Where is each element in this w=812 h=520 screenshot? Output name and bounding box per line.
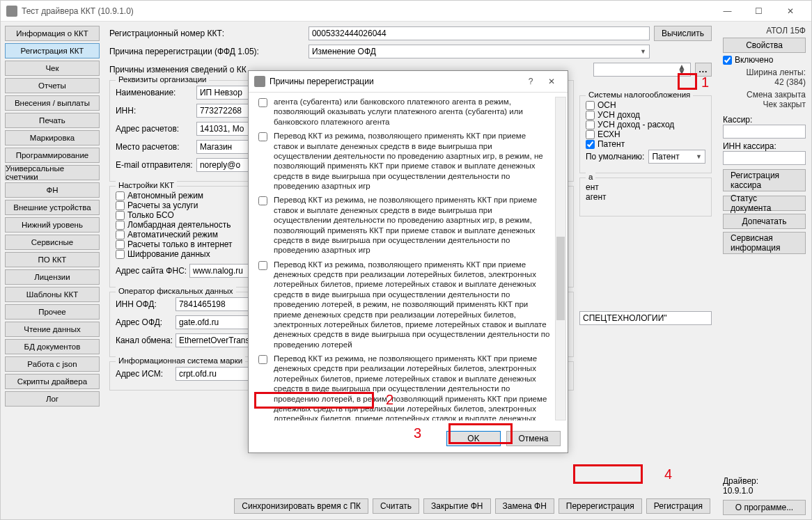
nav-tab-9[interactable]: ФН	[5, 182, 100, 198]
kkt-legend: Настройки ККТ	[116, 181, 177, 189]
nav-tab-11[interactable]: Нижний уровень	[5, 217, 100, 233]
tape-value: 42 (384)	[723, 77, 806, 87]
reason-item-4[interactable]: Перевод ККТ из режима, не позволяющего п…	[256, 354, 551, 420]
fns-label: Адрес сайта ФНС:	[116, 266, 185, 276]
calculate-button[interactable]: Вычислить	[654, 26, 712, 41]
app-icon	[6, 6, 17, 17]
nav-tab-4[interactable]: Внесения / выплаты	[5, 95, 100, 111]
reg-num-input[interactable]: 0005332444026044	[309, 26, 650, 40]
reg-button[interactable]: Регистрация	[646, 498, 710, 514]
reg-cashier-button[interactable]: Регистрация кассира	[723, 169, 806, 191]
sync-time-button[interactable]: Синхронизировать время с ПК	[234, 498, 368, 514]
reason-checkbox-2[interactable]	[258, 196, 267, 205]
nav-tab-5[interactable]: Печать	[5, 113, 100, 128]
chk-usn[interactable]: УСН доход	[586, 110, 705, 120]
nav-tab-1[interactable]: Регистрация ККТ	[5, 43, 100, 58]
changes-spinner[interactable]: ▲▼	[593, 63, 691, 77]
ofd-channel-label: Канал обмена:	[116, 336, 171, 345]
chk-patent[interactable]: Патент	[586, 139, 705, 149]
reason-checkbox-1[interactable]	[258, 132, 267, 141]
reason-checkbox-4[interactable]	[258, 355, 267, 364]
chk-eshn[interactable]: ЕСХН	[586, 129, 705, 139]
reason-text-3: Перевод ККТ из режима, позволяющего прим…	[274, 260, 551, 349]
agent-txt2: агент	[586, 192, 705, 202]
chevron-down-icon: ▼	[696, 153, 702, 160]
ism-legend: Информационная система марки	[116, 356, 245, 365]
org-name-label: Наименование:	[116, 88, 192, 97]
reason-item-0[interactable]: агента (субагента) или банковского плате…	[256, 97, 551, 127]
chk-osn[interactable]: ОСН	[586, 100, 705, 110]
help-button[interactable]: ?	[520, 77, 541, 86]
reasons-modal: Причины перерегистрации ? ✕ агента (суба…	[248, 70, 568, 453]
nav-tab-7[interactable]: Программирование	[5, 148, 100, 163]
nav-tab-10[interactable]: Внешние устройства	[5, 200, 100, 215]
reason-text-0: агента (субагента) или банковского плате…	[274, 97, 551, 127]
about-button[interactable]: О программе...	[723, 500, 806, 515]
chk-usn2[interactable]: УСН доход - расход	[586, 120, 705, 129]
minimize-button[interactable]: —	[712, 1, 743, 22]
reason-item-1[interactable]: Перевод ККТ из режима, позволяющего прим…	[256, 131, 551, 191]
nav-tab-20[interactable]: Скрипты драйвера	[5, 374, 100, 389]
chevron-down-icon: ▼	[640, 48, 646, 55]
tape-label: Ширина ленты:	[723, 68, 806, 77]
close-button[interactable]: ✕	[774, 1, 806, 22]
ofd-legend: Оператор фискальных данных	[116, 287, 236, 295]
nav-tab-0[interactable]: Информация о ККТ	[5, 26, 100, 41]
cashier-inn-input[interactable]	[723, 151, 806, 165]
reason-item-3[interactable]: Перевод ККТ из режима, позволяющего прим…	[256, 260, 551, 349]
doc-status-button[interactable]: Статус документа	[723, 196, 806, 211]
nav-tab-16[interactable]: Прочее	[5, 304, 100, 320]
nav-tab-6[interactable]: Маркировка	[5, 130, 100, 145]
rereg-button[interactable]: Перерегистрация	[559, 498, 642, 514]
reason-text-1: Перевод ККТ из режима, позволяющего прим…	[274, 131, 551, 191]
nav-tab-14[interactable]: Лицензии	[5, 269, 100, 285]
close-fn-button[interactable]: Закрытие ФН	[423, 498, 490, 514]
inn-label: ИНН:	[116, 106, 192, 116]
scroll-thumb[interactable]	[556, 237, 565, 320]
nav-tab-2[interactable]: Чек	[5, 61, 100, 76]
nav-tab-21[interactable]: Лог	[5, 391, 100, 407]
cashier-input[interactable]	[723, 125, 806, 139]
modal-scrollbar[interactable]	[555, 97, 566, 420]
props-button[interactable]: Свойства	[723, 38, 806, 53]
nav-tab-3[interactable]: Отчеты	[5, 78, 100, 93]
ofd-addr-label: Адрес ОФД:	[116, 317, 171, 327]
ofd-inn-label: ИНН ОФД:	[116, 299, 171, 309]
spec-input[interactable]: СПЕЦТЕХНОЛОГИИ"	[579, 311, 712, 325]
nav-tab-17[interactable]: Чтение данных	[5, 322, 100, 337]
right-panel: АТОЛ 15Ф Свойства Включено Ширина ленты:…	[717, 22, 811, 519]
nav-tab-18[interactable]: БД документов	[5, 339, 100, 354]
reason-checkbox-3[interactable]	[258, 261, 267, 270]
reason-item-2[interactable]: Перевод ККТ из режима, не позволяющего п…	[256, 195, 551, 255]
tax-legend: Системы налогообложения	[586, 90, 693, 99]
ok-button[interactable]: OK	[446, 431, 501, 446]
nav-tab-12[interactable]: Сервисные	[5, 235, 100, 250]
rereg-reason-combo[interactable]: Изменение ОФД▼	[309, 45, 650, 58]
enabled-checkbox[interactable]: Включено	[723, 55, 806, 65]
cashier-label: Кассир:	[723, 115, 806, 125]
replace-fn-button[interactable]: Замена ФН	[495, 498, 554, 514]
tax-default-label: По умолчанию:	[586, 152, 645, 161]
maximize-button[interactable]: ☐	[743, 1, 774, 22]
service-info-button[interactable]: Сервисная информация	[723, 232, 806, 254]
ism-label: Адрес ИСМ:	[116, 369, 171, 379]
rereg-reason-label: Причина перерегистрации (ФФД 1.05):	[109, 47, 304, 56]
email-label: E-mail отправителя:	[116, 160, 192, 170]
read-button[interactable]: Считать	[373, 498, 419, 514]
modal-body: агента (субагента) или банковского плате…	[249, 92, 568, 425]
tax-default-combo[interactable]: Патент▼	[648, 150, 705, 164]
nav-tab-19[interactable]: Работа с json	[5, 356, 100, 372]
modal-close-button[interactable]: ✕	[541, 77, 562, 86]
cancel-button[interactable]: Отмена	[506, 431, 561, 446]
addr-label: Адрес расчетов:	[116, 124, 192, 134]
model-label: АТОЛ 15Ф	[723, 26, 806, 36]
annotation-num-2: 2	[386, 392, 393, 408]
print-more-button[interactable]: Допечатать	[723, 214, 806, 229]
modal-icon	[254, 76, 265, 87]
reason-checkbox-0[interactable]	[258, 98, 267, 107]
nav-tab-13[interactable]: ПО ККТ	[5, 252, 100, 267]
nav-tab-15[interactable]: Шаблоны ККТ	[5, 287, 100, 302]
changes-label: Причины изменения сведений о КК	[109, 65, 231, 74]
nav-tab-8[interactable]: Универсальные счетчики	[5, 165, 100, 180]
main-window: Тест драйвера ККТ (10.9.1.0) — ☐ ✕ Инфор…	[0, 0, 812, 520]
